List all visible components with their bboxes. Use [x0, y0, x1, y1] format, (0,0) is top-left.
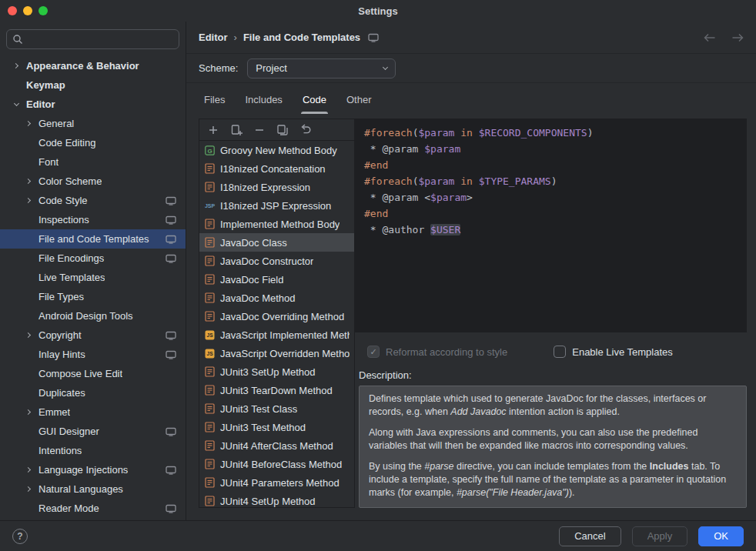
chevron-down-icon[interactable] — [11, 103, 22, 105]
sidebar-item-label: Android Design Tools — [38, 310, 133, 322]
reformat-checkbox — [367, 346, 380, 358]
sidebar-item-emmet[interactable]: Emmet — [0, 402, 186, 422]
template-item-junit3-setup-method[interactable]: JUnit3 SetUp Method — [199, 362, 354, 381]
template-item-i18nized-expression[interactable]: I18nized Expression — [199, 178, 354, 196]
template-item-javadoc-field[interactable]: JavaDoc Field — [199, 270, 354, 289]
sidebar-item-reader-mode[interactable]: Reader Mode — [0, 499, 186, 518]
sidebar-item-editor[interactable]: Editor — [0, 95, 186, 114]
template-item-label: JUnit3 Test Method — [220, 422, 306, 433]
template-item-groovy-new-method-body[interactable]: GGroovy New Method Body — [199, 141, 354, 159]
template-editor[interactable]: #foreach($param in $RECORD_COMPONENTS) *… — [355, 119, 747, 332]
template-item-junit3-test-class[interactable]: JUnit3 Test Class — [199, 399, 354, 418]
monitor-icon — [166, 331, 176, 340]
sidebar-item-live-templates[interactable]: Live Templates — [0, 268, 186, 287]
file-template-icon — [204, 459, 216, 469]
template-item-javadoc-method[interactable]: JavaDoc Method — [199, 289, 354, 307]
reset-to-default-icon[interactable] — [299, 123, 313, 137]
description-paragraph: Along with Java expressions and comments… — [369, 426, 737, 452]
sidebar-item-keymap[interactable]: Keymap — [0, 75, 186, 95]
file-template-icon — [204, 385, 216, 396]
sidebar-item-duplicates[interactable]: Duplicates — [0, 383, 186, 402]
tab-other[interactable]: Other — [336, 94, 382, 114]
enable-live-templates-checkbox[interactable] — [554, 346, 566, 358]
sidebar-item-compose-live-edit[interactable]: Compose Live Edit — [0, 364, 186, 383]
chevron-right-icon[interactable] — [23, 333, 34, 337]
chevron-down-icon — [383, 65, 388, 70]
template-item-i18nized-concatenation[interactable]: I18nized Concatenation — [199, 159, 354, 178]
sidebar-item-appearance-behavior[interactable]: Appearance & Behavior — [0, 56, 186, 75]
chevron-right-icon[interactable] — [23, 199, 34, 202]
file-template-icon — [204, 366, 216, 377]
duplicate-template-icon[interactable] — [276, 123, 289, 137]
template-item-label: JavaDoc Constructor — [220, 255, 313, 267]
sidebar-item-label: Font — [38, 156, 59, 168]
create-template-icon[interactable] — [206, 123, 220, 137]
create-child-template-icon[interactable] — [229, 123, 243, 137]
sidebar-item-language-injections[interactable]: Language Injections — [0, 460, 186, 479]
minimize-window-button[interactable] — [23, 6, 32, 15]
sidebar-item-label: Inlay Hints — [38, 349, 85, 360]
template-item-label: JavaScript Overridden Method — [220, 348, 350, 359]
chevron-right-icon[interactable] — [11, 64, 22, 68]
close-window-button[interactable] — [8, 6, 17, 15]
tab-files[interactable]: Files — [194, 94, 235, 114]
template-item-junit4-parameters-method[interactable]: JUnit4 Parameters Method — [199, 473, 354, 492]
tab-includes[interactable]: Includes — [235, 94, 292, 114]
sidebar-item-intentions[interactable]: Intentions — [0, 441, 186, 460]
remove-template-icon[interactable] — [253, 123, 266, 137]
tab-code[interactable]: Code — [293, 94, 336, 114]
scheme-dropdown[interactable]: Project — [247, 58, 396, 78]
sidebar-item-code-editing[interactable]: Code Editing — [0, 133, 186, 152]
template-item-junit4-afterclass-method[interactable]: JUnit4 AfterClass Method — [199, 436, 354, 455]
template-item-javascript-implemented-method[interactable]: JSJavaScript Implemented Method — [199, 326, 354, 344]
sidebar-item-label: Live Templates — [38, 272, 105, 283]
sidebar-item-color-scheme[interactable]: Color Scheme — [0, 172, 186, 191]
history-navigation — [704, 33, 744, 42]
code-line: #end — [364, 157, 738, 173]
file-template-icon — [204, 311, 216, 322]
sidebar-item-font[interactable]: Font — [0, 152, 186, 172]
chevron-right-icon[interactable] — [23, 410, 34, 414]
sidebar-item-inspections[interactable]: Inspections — [0, 210, 186, 229]
breadcrumb-editor[interactable]: Editor — [199, 32, 228, 43]
template-item-junit3-test-method[interactable]: JUnit3 Test Method — [199, 418, 354, 436]
template-item-javascript-overridden-method[interactable]: JSJavaScript Overridden Method — [199, 344, 354, 362]
template-item-javadoc-constructor[interactable]: JavaDoc Constructor — [199, 252, 354, 270]
template-item-junit4-beforeclass-method[interactable]: JUnit4 BeforeClass Method — [199, 455, 354, 473]
sidebar-item-android-design-tools[interactable]: Android Design Tools — [0, 306, 186, 326]
chevron-right-icon[interactable] — [23, 179, 34, 183]
cancel-button[interactable]: Cancel — [559, 526, 621, 546]
chevron-right-icon[interactable] — [23, 122, 34, 125]
template-item-javadoc-overriding-method[interactable]: JavaDoc Overriding Method — [199, 307, 354, 326]
template-item-label: JUnit3 SetUp Method — [220, 366, 316, 378]
zoom-window-button[interactable] — [38, 6, 48, 15]
forward-arrow-icon[interactable] — [731, 33, 744, 42]
description-box[interactable]: Defines template which used to generate … — [359, 386, 747, 508]
ok-button[interactable]: OK — [698, 526, 744, 546]
chevron-right-icon[interactable] — [23, 468, 34, 472]
sidebar-item-file-types[interactable]: File Types — [0, 287, 186, 306]
template-detail-panel: #foreach($param in $RECORD_COMPONENTS) *… — [355, 119, 747, 508]
search-input[interactable] — [27, 34, 173, 45]
sidebar-item-inlay-hints[interactable]: Inlay Hints — [0, 345, 186, 364]
sidebar-item-file-encodings[interactable]: File Encodings — [0, 249, 186, 268]
sidebar-item-general[interactable]: General — [0, 114, 186, 133]
dialog-buttons: Cancel Apply OK — [559, 526, 744, 546]
back-arrow-icon[interactable] — [704, 33, 716, 42]
javascript-icon: JS — [204, 349, 216, 359]
chevron-right-icon[interactable] — [23, 487, 34, 491]
template-item-junit3-teardown-method[interactable]: JUnit3 TearDown Method — [199, 381, 354, 399]
help-button[interactable]: ? — [12, 529, 28, 544]
sidebar-item-natural-languages[interactable]: Natural Languages — [0, 479, 186, 499]
template-item-i18nized-jsp-expression[interactable]: JSPI18nized JSP Expression — [199, 196, 354, 215]
template-item-junit4-setup-method[interactable]: JUnit4 SetUp Method — [199, 492, 354, 507]
settings-search-box[interactable] — [6, 29, 179, 49]
sidebar-item-gui-designer[interactable]: GUI Designer — [0, 422, 186, 441]
template-item-implemented-method-body[interactable]: Implemented Method Body — [199, 215, 354, 233]
sidebar-item-copyright[interactable]: Copyright — [0, 326, 186, 345]
template-item-javadoc-class[interactable]: JavaDoc Class — [199, 233, 354, 252]
sidebar-item-code-style[interactable]: Code Style — [0, 191, 186, 210]
monitor-icon — [166, 254, 176, 263]
sidebar-item-label: Appearance & Behavior — [26, 60, 139, 72]
sidebar-item-file-and-code-templates[interactable]: File and Code Templates — [0, 229, 186, 249]
